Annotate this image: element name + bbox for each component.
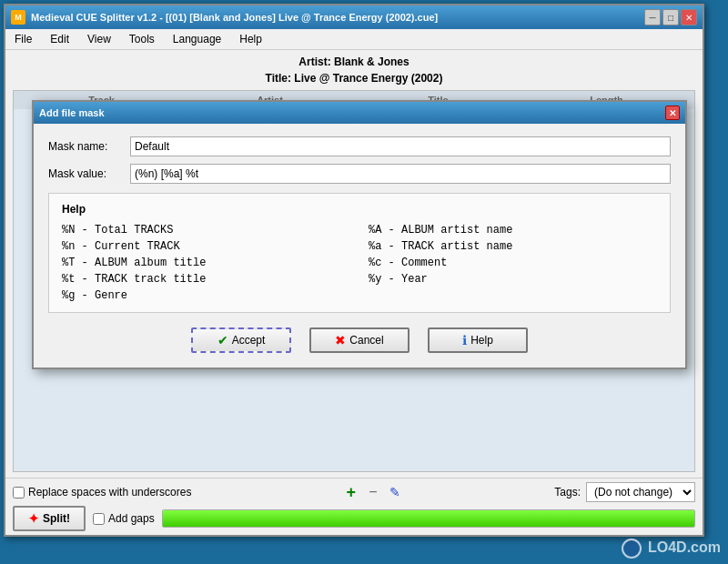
watermark: LO4D.com (622, 539, 721, 559)
bottom-area: Replace spaces with underscores + − ✎ Ta… (5, 478, 703, 535)
dialog-body: Mask name: Mask value: Help %N - Total T… (34, 124, 685, 368)
dialog-buttons: ✔ Accept ✖ Cancel ℹ Help (48, 327, 671, 357)
columns-area: Track Artist Title Length Add file mask … (13, 90, 695, 472)
minimize-button[interactable]: ─ (644, 9, 661, 25)
artist-line: Artist: Blank & Jones (13, 54, 695, 70)
main-content: Artist: Blank & Jones Title: Live @ Tran… (5, 50, 703, 478)
remove-mask-button[interactable]: − (364, 483, 382, 501)
menu-view[interactable]: View (82, 31, 116, 47)
title-bar: M Medieval CUE Splitter v1.2 - [(01) [Bl… (5, 5, 703, 29)
menu-edit[interactable]: Edit (45, 31, 75, 47)
help-button[interactable]: ℹ Help (428, 327, 528, 353)
menu-language[interactable]: Language (167, 31, 227, 47)
cancel-icon: ✖ (335, 333, 346, 347)
help-section: Help %N - Total TRACKS %A - ALBUM artist… (48, 193, 671, 313)
main-window: M Medieval CUE Splitter v1.2 - [(01) [Bl… (4, 4, 704, 537)
mask-name-input[interactable] (130, 136, 671, 156)
bottom-icons: + − ✎ (342, 483, 404, 501)
menu-tools[interactable]: Tools (124, 31, 160, 47)
accept-icon: ✔ (217, 333, 228, 347)
bottom-left: Replace spaces with underscores (13, 486, 191, 499)
edit-mask-button[interactable]: ✎ (386, 483, 404, 501)
tags-area: Tags: (Do not change) (554, 482, 695, 502)
split-label: Split! (43, 512, 70, 525)
add-mask-button[interactable]: + (342, 483, 360, 501)
watermark-globe-icon (622, 539, 642, 559)
accept-button[interactable]: ✔ Accept (191, 327, 291, 353)
progress-bar-container (162, 509, 695, 528)
mask-value-label: Mask value: (48, 167, 130, 180)
help-icon: ℹ (462, 333, 467, 347)
split-icon: ✦ (28, 511, 39, 526)
tags-label: Tags: (554, 486, 581, 499)
progress-bar (163, 510, 694, 527)
add-gaps-label[interactable]: Add gaps (93, 512, 155, 525)
bottom-row2: ✦ Split! Add gaps (13, 506, 695, 531)
menu-file[interactable]: File (9, 31, 37, 47)
split-button[interactable]: ✦ Split! (13, 506, 86, 531)
help-item-N: %N - Total TRACKS (62, 223, 350, 237)
dialog-close-button[interactable]: ✕ (665, 106, 680, 120)
add-file-mask-dialog: Add file mask ✕ Mask name: Mask value: (32, 100, 687, 369)
help-title: Help (62, 203, 657, 216)
menu-help[interactable]: Help (234, 31, 268, 47)
cancel-label: Cancel (349, 334, 383, 347)
dialog-title-bar: Add file mask ✕ (34, 102, 685, 124)
help-item-c: %c - Comment (369, 256, 657, 270)
dialog-title: Add file mask (39, 107, 105, 118)
help-item-A: %A - ALBUM artist name (369, 223, 657, 237)
help-item-t: %t - TRACK track title (62, 272, 350, 287)
window-title: Medieval CUE Splitter v1.2 - [(01) [Blan… (31, 12, 438, 23)
replace-spaces-checkbox[interactable] (13, 487, 25, 499)
mask-name-row: Mask name: (48, 136, 671, 156)
app-icon: M (11, 10, 25, 25)
help-label: Help (470, 334, 493, 347)
tags-select[interactable]: (Do not change) (586, 482, 695, 502)
help-item-n: %n - Current TRACK (62, 239, 350, 254)
mask-name-label: Mask name: (48, 140, 130, 153)
cancel-button[interactable]: ✖ Cancel (309, 327, 410, 353)
mask-value-input[interactable] (130, 164, 671, 184)
add-gaps-checkbox[interactable] (93, 513, 105, 525)
help-item-T: %T - ALBUM album title (62, 256, 350, 270)
help-item-y: %y - Year (369, 272, 657, 287)
help-items: %N - Total TRACKS %A - ALBUM artist name… (62, 223, 657, 303)
accept-label: Accept (232, 334, 266, 347)
close-window-button[interactable]: ✕ (681, 9, 697, 25)
help-item-a: %a - TRACK artist name (369, 239, 657, 254)
mask-value-row: Mask value: (48, 164, 671, 184)
help-item-g: %g - Genre (62, 288, 350, 303)
replace-spaces-label[interactable]: Replace spaces with underscores (13, 486, 191, 499)
title-buttons: ─ □ ✕ (644, 9, 697, 25)
title-line: Title: Live @ Trance Energy (2002) (13, 70, 695, 86)
menu-bar: File Edit View Tools Language Help (5, 29, 703, 50)
maximize-button[interactable]: □ (662, 9, 679, 25)
title-bar-left: M Medieval CUE Splitter v1.2 - [(01) [Bl… (11, 10, 438, 25)
bottom-row1: Replace spaces with underscores + − ✎ Ta… (13, 482, 695, 502)
